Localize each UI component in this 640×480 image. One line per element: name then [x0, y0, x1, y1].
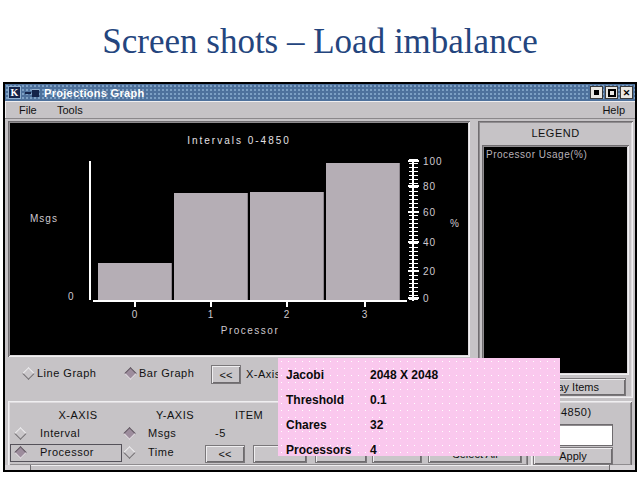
x-tick [134, 302, 136, 307]
y-axis-line [89, 161, 91, 300]
interval-radio-label[interactable]: Interval [40, 427, 80, 439]
bar-processor-2 [250, 192, 324, 300]
right-axis-unit-label: % [450, 218, 459, 229]
right-axis-tick [408, 270, 419, 272]
y-axis-origin-label: 0 [68, 291, 74, 302]
window-title: Projections Graph [44, 87, 144, 99]
menu-help[interactable]: Help [602, 104, 625, 116]
y-axis-header: Y-AXIS [145, 409, 205, 421]
time-radio-label[interactable]: Time [148, 446, 174, 458]
app-k-icon[interactable]: K [8, 86, 21, 99]
popup-value: 2048 X 2048 [370, 368, 438, 382]
menu-bar: File Tools Help [5, 101, 635, 119]
bar-processor-1 [174, 193, 248, 300]
projections-graph-window: K Projections Graph ✕ File Tools Help In… [3, 82, 637, 472]
right-axis-tick [408, 241, 419, 243]
window-pin-icon[interactable] [25, 89, 39, 97]
x-tick [210, 302, 212, 307]
popup-value: 4 [370, 443, 377, 457]
run-info-popup: Jacobi2048 X 2048 Threshold0.1 Chares32 … [278, 358, 560, 456]
popup-label: Jacobi [278, 368, 370, 382]
pin-stem [25, 92, 31, 94]
menu-file[interactable]: File [19, 104, 37, 116]
time-radio[interactable] [123, 446, 136, 459]
bar-chart: Intervals 0-4850 Msgs 0 0 1 2 3 Processo… [10, 123, 468, 355]
bar-processor-3 [326, 163, 400, 300]
bar-graph-radio[interactable] [124, 367, 137, 380]
x-tick-label: 2 [277, 309, 297, 320]
window-titlebar[interactable]: K Projections Graph ✕ [5, 84, 635, 101]
resize-handle-left[interactable] [5, 465, 31, 470]
close-icon: ✕ [623, 88, 631, 98]
right-axis-tick-label: 60 [423, 207, 436, 218]
popup-value: 32 [370, 418, 383, 432]
x-tick [286, 302, 288, 307]
menu-tools[interactable]: Tools [57, 104, 83, 116]
resize-handle-right[interactable] [609, 465, 635, 470]
popup-value: 0.1 [370, 393, 387, 407]
minimize-icon [594, 90, 599, 95]
right-axis-tick-label: 40 [423, 237, 436, 248]
x-tick-label: 0 [125, 309, 145, 320]
msgs-radio[interactable] [123, 427, 136, 440]
bar-graph-label[interactable]: Bar Graph [139, 367, 194, 379]
line-graph-radio[interactable] [22, 367, 35, 380]
window-resize-frame[interactable] [5, 465, 635, 470]
right-axis-tick-label: 80 [423, 181, 436, 192]
graph-display-panel: Intervals 0-4850 Msgs 0 0 1 2 3 Processo… [8, 121, 470, 357]
x-axis-label: Processor [200, 325, 300, 336]
slide-title: Screen shots – Load imbalance [0, 22, 640, 62]
line-graph-label[interactable]: Line Graph [37, 367, 96, 379]
close-button[interactable]: ✕ [620, 86, 633, 99]
popup-label: Chares [278, 418, 370, 432]
legend-listbox[interactable]: Processor Usage(%) [482, 145, 629, 375]
right-axis-tick [408, 185, 419, 187]
right-axis-tick [408, 160, 419, 162]
x-scale-left-button[interactable]: << [211, 365, 241, 384]
x-tick-label: 1 [201, 309, 221, 320]
legend-panel: LEGEND Processor Usage(%) Display Items [478, 121, 633, 398]
interval-radio[interactable] [14, 427, 27, 440]
popup-label: Threshold [278, 393, 370, 407]
item-value: -5 [215, 427, 226, 439]
right-axis-line [412, 159, 414, 301]
right-axis-tick [408, 297, 419, 299]
pin-head [32, 89, 39, 97]
right-axis-tick-label: 100 [423, 156, 443, 167]
x-axis-header: X-AXIS [48, 409, 108, 421]
item-header: ITEM [235, 409, 263, 421]
msgs-radio-label[interactable]: Msgs [148, 427, 176, 439]
minimize-button[interactable] [590, 86, 603, 99]
legend-item[interactable]: Processor Usage(%) [486, 149, 587, 160]
bar-processor-0 [98, 263, 172, 300]
right-axis-tick-label: 20 [423, 266, 436, 277]
item-scroll-left-button[interactable]: << [205, 445, 245, 463]
processor-radio-label[interactable]: Processor [40, 446, 94, 458]
maximize-button[interactable] [605, 86, 618, 99]
right-axis-tick [408, 211, 419, 213]
maximize-icon [608, 89, 616, 97]
x-axis-line [93, 300, 407, 302]
right-axis-tick-label: 0 [423, 293, 430, 304]
legend-title: LEGEND [478, 127, 633, 139]
x-tick [364, 302, 366, 307]
y-axis-label: Msgs [30, 213, 58, 224]
x-tick-label: 3 [355, 309, 375, 320]
x-axis-scale-label: X-Axis [246, 368, 281, 380]
popup-label: Processors [278, 443, 370, 457]
chart-title: Intervals 0-4850 [10, 135, 468, 146]
